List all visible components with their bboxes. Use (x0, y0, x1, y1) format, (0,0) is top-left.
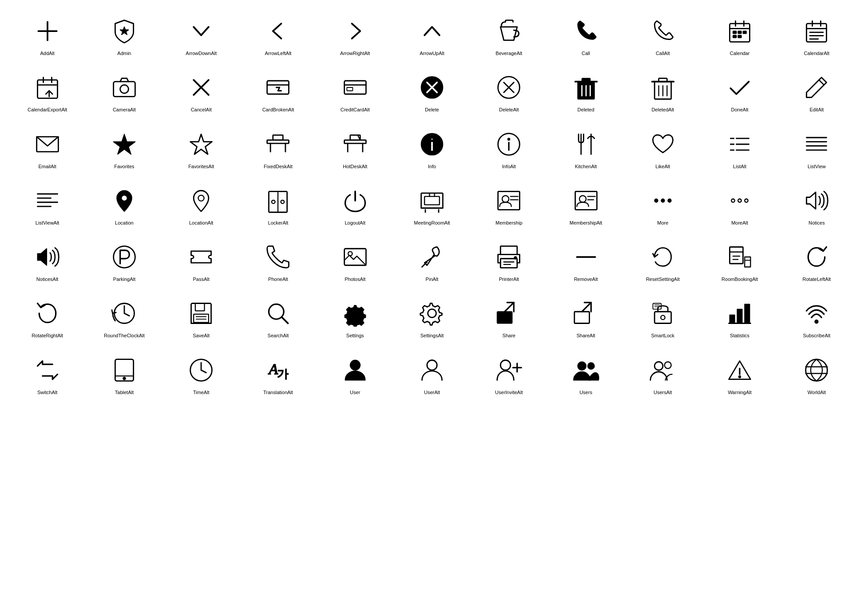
round-the-clock-alt-icon (109, 298, 140, 329)
info-label: Info (428, 163, 436, 170)
arrow-right-alt-label: ArrowRightAlt (340, 50, 370, 56)
icon-cell-pass-alt: PassAlt (163, 235, 240, 287)
kitchen-alt-icon (571, 129, 602, 160)
icon-cell-location: Location (86, 178, 162, 230)
svg-text:A: A (268, 361, 278, 377)
deleted-label: Deleted (578, 107, 594, 113)
parking-alt-icon (109, 241, 140, 272)
statistics-label: Statistics (730, 332, 749, 339)
location-alt-icon (186, 185, 217, 216)
svg-point-163 (578, 362, 586, 370)
user-alt-icon (416, 355, 448, 386)
room-booking-alt-icon (724, 241, 755, 272)
svg-rect-132 (194, 314, 209, 323)
svg-point-106 (579, 196, 586, 202)
beverage-alt-label: BeverageAlt (495, 50, 522, 56)
card-broken-alt-icon (262, 72, 293, 103)
icon-cell-share: Share (471, 291, 547, 343)
save-alt-icon (186, 298, 217, 329)
icon-cell-rotate-left-alt: RotateLeftAlt (778, 235, 855, 287)
smart-lock-icon (647, 298, 678, 329)
icon-cell-search-alt: SearchAlt (240, 291, 317, 343)
like-alt-label: LikeAlt (655, 163, 670, 170)
icon-cell-settings-alt: SettingsAlt (393, 291, 470, 343)
svg-point-117 (348, 252, 352, 256)
users-icon (571, 355, 602, 386)
edit-alt-icon (801, 72, 832, 103)
translation-alt-icon: A가 (262, 355, 293, 386)
rotate-left-alt-label: RotateLeftAlt (803, 276, 831, 282)
svg-rect-142 (654, 312, 671, 324)
credit-card-alt-label: CreditCardAlt (341, 107, 370, 113)
info-alt-label: InfoAlt (502, 163, 516, 170)
svg-point-165 (654, 362, 663, 370)
pin-alt-label: PinAlt (426, 276, 439, 282)
icon-cell-call-alt: CallAlt (624, 9, 701, 61)
fixed-desk-alt-icon (262, 129, 293, 160)
icon-cell-deleted: Deleted (547, 65, 624, 117)
info-icon (416, 129, 448, 160)
icon-cell-kitchen-alt: KitchenAlt (547, 122, 624, 174)
world-alt-label: WorldAlt (808, 389, 826, 395)
svg-marker-2 (120, 27, 129, 35)
arrow-down-alt-label: ArrowDownAlt (186, 50, 217, 56)
svg-point-102 (502, 196, 509, 202)
cancel-alt-label: CancelAlt (191, 107, 212, 113)
fixed-desk-alt-label: FixedDeskAlt (264, 163, 293, 170)
icon-cell-notices: Notices (778, 178, 855, 230)
users-label: Users (579, 389, 592, 395)
icon-cell-share-alt: ShareAlt (547, 291, 624, 343)
icon-cell-remove-alt: RemoveAlt (547, 235, 624, 287)
icon-cell-switch-alt: SwitchAlt (9, 348, 86, 400)
icon-cell-edit-alt: EditAlt (778, 65, 855, 117)
svg-rect-19 (37, 80, 57, 98)
room-booking-alt-label: RoomBookingAlt (721, 276, 758, 282)
list-alt-label: ListAlt (733, 163, 746, 170)
deleted-alt-icon (647, 72, 678, 103)
favorites-label: Favorites (114, 163, 134, 170)
call-icon (571, 16, 602, 47)
info-alt-icon (493, 129, 524, 160)
icon-cell-arrow-left-alt: ArrowLeftAlt (240, 9, 317, 61)
rotate-right-alt-label: RotateRightAlt (32, 332, 63, 339)
icon-cell-info-alt: InfoAlt (471, 122, 547, 174)
icon-cell-printer-alt: PrinterAlt (471, 235, 547, 287)
svg-point-91 (272, 200, 275, 204)
svg-rect-10 (733, 35, 737, 38)
user-label: User (350, 389, 360, 395)
icon-cell-user-alt: UserAlt (393, 348, 470, 400)
more-icon (647, 185, 678, 216)
svg-point-168 (739, 375, 741, 378)
smart-lock-label: SmartLock (651, 332, 675, 339)
icon-cell-room-booking-alt: RoomBookingAlt (701, 235, 778, 287)
delete-icon (416, 72, 448, 103)
rotate-right-alt-icon (32, 298, 63, 329)
locker-alt-icon (262, 185, 293, 216)
icon-cell-camera-alt: CameraAlt (86, 65, 162, 117)
users-alt-label: UsersAlt (654, 389, 672, 395)
call-alt-label: CallAlt (656, 50, 670, 56)
icon-cell-arrow-right-alt: ArrowRightAlt (317, 9, 393, 61)
settings-alt-icon (416, 298, 448, 329)
icon-cell-rotate-right-alt: RotateRightAlt (9, 291, 86, 343)
world-alt-icon (801, 355, 832, 386)
svg-point-66 (431, 138, 433, 140)
hot-desk-alt-icon (340, 129, 371, 160)
svg-point-114 (745, 199, 748, 202)
more-alt-icon (724, 185, 755, 216)
svg-rect-47 (658, 79, 667, 82)
calendar-label: Calendar (730, 50, 750, 56)
icon-cell-email-alt: EmailAlt (9, 122, 86, 174)
admin-label: Admin (117, 50, 131, 56)
icon-cell-list-view: ListView (778, 122, 855, 174)
notices-alt-label: NoticesAlt (36, 276, 59, 282)
calendar-export-alt-label: CalendarExportAlt (28, 107, 67, 113)
icon-cell-cancel-alt: CancelAlt (163, 65, 240, 117)
call-alt-icon (647, 16, 678, 47)
delete-alt-label: DeleteAlt (499, 107, 519, 113)
camera-alt-label: CameraAlt (113, 107, 136, 113)
svg-point-164 (587, 363, 594, 369)
icon-cell-smart-lock: SmartLock (624, 291, 701, 343)
svg-text:가: 가 (277, 367, 289, 380)
svg-point-25 (120, 85, 129, 94)
